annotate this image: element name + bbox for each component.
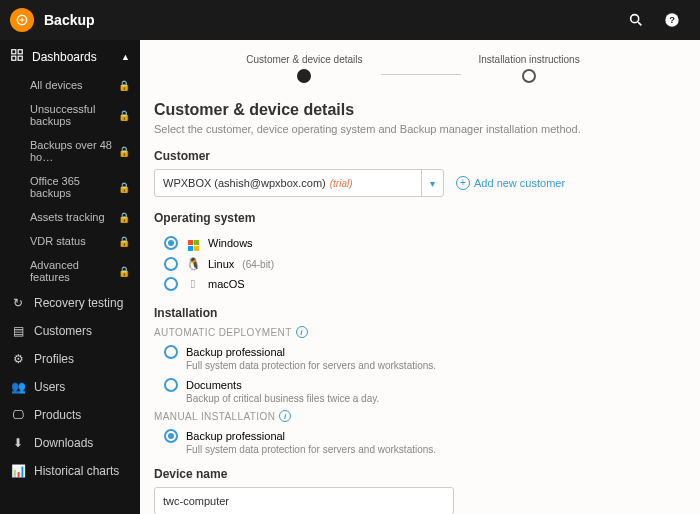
content: Customer & device details Installation i… (140, 40, 700, 514)
radio (164, 378, 178, 392)
customer-select[interactable]: WPXBOX (ashish@wpxbox.com) (trial) ▾ (154, 169, 444, 197)
chevron-down-icon: ▾ (421, 170, 435, 196)
sidebar-sub-office365[interactable]: Office 365 backups🔒 (24, 169, 140, 205)
svg-rect-7 (18, 56, 22, 60)
topbar: Backup ? (0, 0, 700, 40)
customer-label: Customer (154, 149, 672, 163)
step-dot (522, 69, 536, 83)
device-name-input[interactable] (154, 487, 454, 514)
wizard-steps: Customer & device details Installation i… (154, 54, 672, 83)
app-title: Backup (44, 12, 95, 28)
sidebar: Dashboards ▲ All devices🔒 Unsuccessful b… (0, 40, 140, 514)
profiles-icon: ⚙ (10, 352, 26, 366)
os-macos-option[interactable]:  macOS (154, 274, 672, 294)
sidebar-item-customers[interactable]: ▤Customers (0, 317, 140, 345)
windows-icon (186, 234, 200, 251)
sidebar-sub-unsuccessful[interactable]: Unsuccessful backups🔒 (24, 97, 140, 133)
section-title: Customer & device details (154, 101, 672, 119)
sidebar-group-dashboards[interactable]: Dashboards ▲ (0, 40, 140, 73)
lock-icon: 🔒 (118, 212, 130, 223)
radio (164, 277, 178, 291)
device-name-block: Device name (154, 467, 672, 514)
sidebar-sub-vdr[interactable]: VDR status🔒 (24, 229, 140, 253)
install-auto-documents[interactable]: Documents (154, 375, 672, 395)
radio-checked (164, 429, 178, 443)
add-customer-link[interactable]: + Add new customer (456, 176, 565, 190)
sidebar-item-users[interactable]: 👥Users (0, 373, 140, 401)
sidebar-item-downloads[interactable]: ⬇Downloads (0, 429, 140, 457)
svg-rect-5 (18, 50, 22, 54)
sidebar-sub-backups48[interactable]: Backups over 48 ho…🔒 (24, 133, 140, 169)
svg-rect-6 (12, 56, 16, 60)
lock-icon: 🔒 (118, 146, 130, 157)
sidebar-item-profiles[interactable]: ⚙Profiles (0, 345, 140, 373)
plus-icon: + (456, 176, 470, 190)
svg-point-1 (631, 15, 639, 23)
install-manual-backup-pro[interactable]: Backup professional (154, 426, 672, 446)
os-linux-option[interactable]: 🐧 Linux (64-bit) (154, 254, 672, 274)
step-customer-details[interactable]: Customer & device details (246, 54, 362, 83)
install-auto-backup-pro[interactable]: Backup professional (154, 342, 672, 362)
app-logo (10, 8, 34, 32)
lock-icon: 🔒 (118, 236, 130, 247)
installation-title: Installation (154, 306, 672, 320)
section-subtitle: Select the customer, device operating sy… (154, 123, 672, 135)
sidebar-dashboards-subitems: All devices🔒 Unsuccessful backups🔒 Backu… (0, 73, 140, 289)
help-button[interactable]: ? (654, 0, 690, 40)
sidebar-group-label: Dashboards (32, 50, 97, 64)
sidebar-item-products[interactable]: 🖵Products (0, 401, 140, 429)
install-auto-backup-pro-desc: Full system data protection for servers … (154, 360, 672, 371)
sidebar-item-charts[interactable]: 📊Historical charts (0, 457, 140, 485)
apple-icon:  (186, 277, 200, 291)
step-install-instructions[interactable]: Installation instructions (479, 54, 580, 83)
step-connector (381, 74, 461, 75)
radio-checked (164, 236, 178, 250)
recovery-icon: ↻ (10, 296, 26, 310)
install-auto-documents-desc: Backup of critical business files twice … (154, 393, 672, 404)
main: Customer & device details Installation i… (140, 40, 700, 514)
manual-install-label: MANUAL INSTALLATION i (154, 410, 672, 422)
customer-block: Customer WPXBOX (ashish@wpxbox.com) (tri… (154, 149, 672, 197)
radio (164, 345, 178, 359)
os-label: Operating system (154, 211, 672, 225)
svg-rect-4 (12, 50, 16, 54)
lock-icon: 🔒 (118, 80, 130, 91)
chevron-up-icon: ▲ (121, 52, 130, 62)
os-windows-option[interactable]: Windows (154, 231, 672, 254)
step-dot-active (297, 69, 311, 83)
sidebar-item-recovery[interactable]: ↻Recovery testing (0, 289, 140, 317)
installation-block: Installation AUTOMATIC DEPLOYMENT i Back… (154, 306, 672, 455)
install-manual-backup-pro-desc: Full system data protection for servers … (154, 444, 672, 455)
svg-text:?: ? (669, 15, 675, 25)
layout: Dashboards ▲ All devices🔒 Unsuccessful b… (0, 40, 700, 514)
download-icon: ⬇ (10, 436, 26, 450)
lock-icon: 🔒 (118, 182, 130, 193)
chart-icon: 📊 (10, 464, 26, 478)
lock-icon: 🔒 (118, 266, 130, 277)
sidebar-sub-advanced[interactable]: Advanced features🔒 (24, 253, 140, 289)
linux-icon: 🐧 (186, 257, 200, 271)
os-block: Operating system Windows 🐧 Linux (64-bit… (154, 211, 672, 294)
info-icon[interactable]: i (279, 410, 291, 422)
info-icon[interactable]: i (296, 326, 308, 338)
auto-deploy-label: AUTOMATIC DEPLOYMENT i (154, 326, 672, 338)
products-icon: 🖵 (10, 408, 26, 422)
sidebar-sub-all-devices[interactable]: All devices🔒 (24, 73, 140, 97)
search-button[interactable] (618, 0, 654, 40)
lock-icon: 🔒 (118, 110, 130, 121)
dashboard-icon (10, 48, 24, 65)
radio (164, 257, 178, 271)
device-name-label: Device name (154, 467, 672, 481)
customers-icon: ▤ (10, 324, 26, 338)
users-icon: 👥 (10, 380, 26, 394)
sidebar-sub-assets[interactable]: Assets tracking🔒 (24, 205, 140, 229)
